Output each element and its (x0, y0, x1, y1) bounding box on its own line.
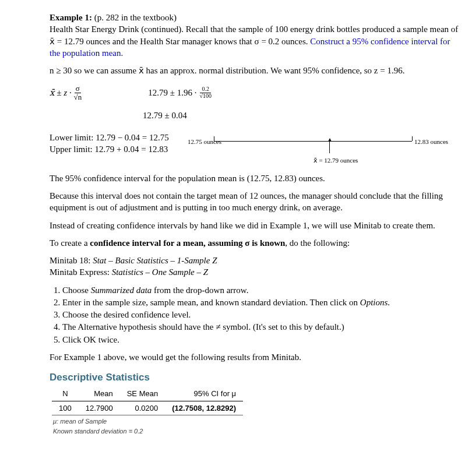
assumption-line: n ≥ 30 so we can assume x̄ has an approx… (50, 65, 460, 76)
formula-result: 12.79 ± 0.04 (143, 110, 460, 121)
steps-list: Choose Summarized data from the drop-dow… (50, 284, 460, 345)
example-header: Example 1: (p. 282 in the textbook) Heal… (50, 12, 460, 59)
arrow-up-icon (329, 142, 330, 153)
results-lead: For Example 1 above, we would get the fo… (50, 351, 460, 363)
list-item: Choose the desired confidence level. (62, 309, 460, 320)
minitab-output-table: N Mean SE Mean 95% CI for μ 100 12.7900 … (52, 387, 243, 415)
table-footnote-2: Known standard deviation = 0.2 (53, 427, 460, 435)
list-item: Click OK twice. (62, 334, 460, 345)
descriptive-stats-heading: Descriptive Statistics (50, 371, 460, 385)
number-line-diagram: 12.75 ounces 12.83 ounces x̄ = 12.79 oun… (207, 132, 428, 165)
fraction-numeric: 0.2 √100 (198, 86, 213, 99)
howto-lead: To create a confidence interval for a me… (50, 237, 460, 249)
fraction-sigma-over-rootn: σ √n (73, 84, 83, 101)
list-item: Choose Summarized data from the drop-dow… (62, 284, 460, 296)
conclusion-interpretation: Because this interval does not contain t… (50, 190, 460, 214)
table-row: 100 12.7900 0.0200 (12.7508, 12.8292) (52, 401, 243, 415)
formula-general: x̄ ± z · σ √n 12.79 ± 1.96 · 0.2 √100 (50, 84, 460, 101)
limits-and-diagram: Lower limit: 12.79 − 0.04 = 12.75 Upper … (50, 132, 460, 165)
minitab-menus: Minitab 18: Stat – Basic Statistics – 1-… (50, 255, 460, 278)
conclusion-interval: The 95% confidence interval for the popu… (50, 172, 460, 184)
table-footnote-1: μ: mean of Sample (53, 417, 460, 425)
example-label: Example 1: (50, 13, 92, 22)
conclusion-minitab: Instead of creating confidence intervals… (50, 220, 460, 231)
list-item: The Alternative hypothesis should have t… (62, 321, 460, 333)
table-header-row: N Mean SE Mean 95% CI for μ (52, 387, 243, 401)
page-ref: (p. 282 in the textbook) (94, 13, 177, 22)
list-item: Enter in the sample size, sample mean, a… (62, 297, 460, 308)
